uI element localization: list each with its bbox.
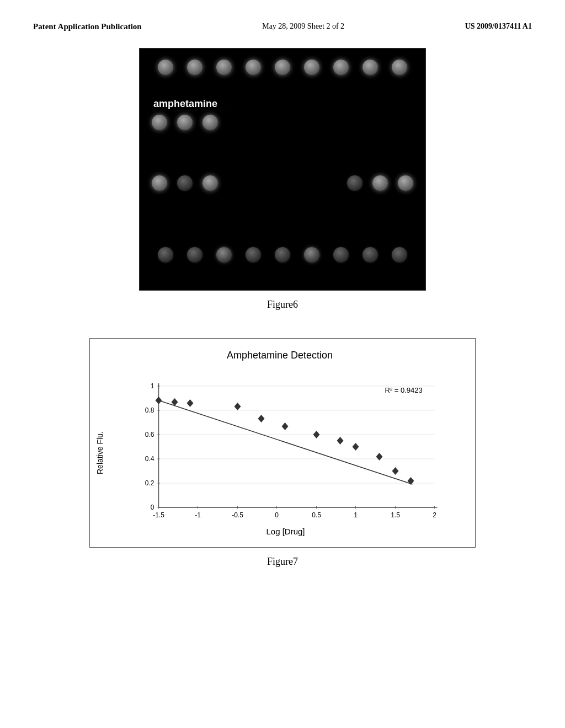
dot — [177, 115, 193, 130]
dot — [202, 115, 218, 130]
svg-text:1: 1 — [151, 382, 154, 390]
dot — [177, 175, 193, 191]
dot-row-2 — [140, 115, 425, 130]
data-point — [353, 443, 359, 451]
figure6-container: amphetamine · · · · · · · · · · · · · · … — [33, 48, 532, 333]
publication-date: May 28, 2009 Sheet 2 of 2 — [262, 22, 344, 31]
svg-text:0.5: 0.5 — [312, 511, 321, 519]
svg-text:1.5: 1.5 — [391, 511, 400, 519]
svg-text:0.6: 0.6 — [145, 431, 154, 438]
dot — [275, 247, 290, 263]
dot — [216, 247, 232, 263]
dot — [304, 60, 319, 75]
chart-wrapper: Amphetamine Detection Relative Flu. — [89, 338, 476, 548]
y-axis-label: Relative Flu. — [95, 370, 104, 536]
svg-text:2: 2 — [433, 511, 436, 519]
svg-text:0: 0 — [151, 504, 154, 511]
dot — [187, 247, 202, 263]
data-point — [392, 467, 399, 475]
dot — [158, 247, 173, 263]
patent-number: US 2009/0137411 A1 — [465, 22, 532, 31]
dot — [363, 247, 378, 263]
dot-row-3 — [140, 175, 425, 191]
dot — [202, 175, 218, 191]
dot — [275, 60, 290, 75]
dot — [246, 60, 261, 75]
dot — [187, 60, 202, 75]
data-point — [187, 399, 194, 407]
data-point — [234, 403, 241, 410]
svg-text:-1.5: -1.5 — [153, 511, 164, 519]
dot-row-1 — [140, 60, 425, 75]
dot — [372, 175, 388, 191]
data-point — [156, 397, 162, 404]
dot — [333, 60, 349, 75]
dot — [216, 60, 232, 75]
dot — [246, 247, 261, 263]
svg-text:-0.5: -0.5 — [232, 511, 243, 519]
data-point — [376, 453, 383, 461]
page: Patent Application Publication May 28, 2… — [0, 0, 565, 728]
svg-text:0.2: 0.2 — [145, 479, 154, 487]
dot — [363, 60, 378, 75]
publication-title: Patent Application Publication — [33, 22, 142, 31]
dot — [158, 60, 173, 75]
chart-inner: 0 0.2 0.4 0.6 0.8 — [107, 370, 464, 536]
dot — [398, 175, 413, 191]
data-point — [313, 431, 320, 438]
figure6-panel: amphetamine · · · · · · · · · · · · · · … — [139, 48, 426, 291]
dot — [152, 115, 167, 130]
amphetamine-sublabel: · · · · · · · · · · · · · · · · · · · · … — [153, 108, 227, 112]
dot — [333, 247, 349, 263]
figure7-caption: Figure7 — [267, 556, 298, 568]
figure7-container: Amphetamine Detection Relative Flu. — [33, 338, 532, 590]
chart-svg: 0 0.2 0.4 0.6 0.8 — [107, 370, 464, 524]
svg-line-37 — [159, 400, 413, 484]
svg-text:0.4: 0.4 — [145, 455, 154, 463]
svg-text:-1: -1 — [195, 511, 201, 519]
dot — [392, 247, 407, 263]
chart-area: Relative Flu. — [95, 370, 464, 536]
figure6-caption: Figure6 — [267, 299, 298, 311]
page-header: Patent Application Publication May 28, 2… — [33, 22, 532, 31]
data-point — [258, 415, 265, 422]
svg-text:0.8: 0.8 — [145, 406, 154, 414]
data-point — [337, 437, 344, 445]
data-point — [282, 422, 289, 430]
svg-text:0: 0 — [275, 511, 279, 519]
dot-row-4 — [140, 247, 425, 263]
dot — [152, 175, 167, 191]
svg-text:1: 1 — [354, 511, 358, 519]
data-point — [408, 477, 414, 485]
dot — [347, 175, 363, 191]
chart-title: Amphetamine Detection — [95, 350, 464, 361]
dot — [304, 247, 319, 263]
svg-text:R² = 0.9423: R² = 0.9423 — [385, 386, 423, 394]
x-axis-label: Log [Drug] — [107, 527, 464, 536]
dot — [392, 60, 407, 75]
